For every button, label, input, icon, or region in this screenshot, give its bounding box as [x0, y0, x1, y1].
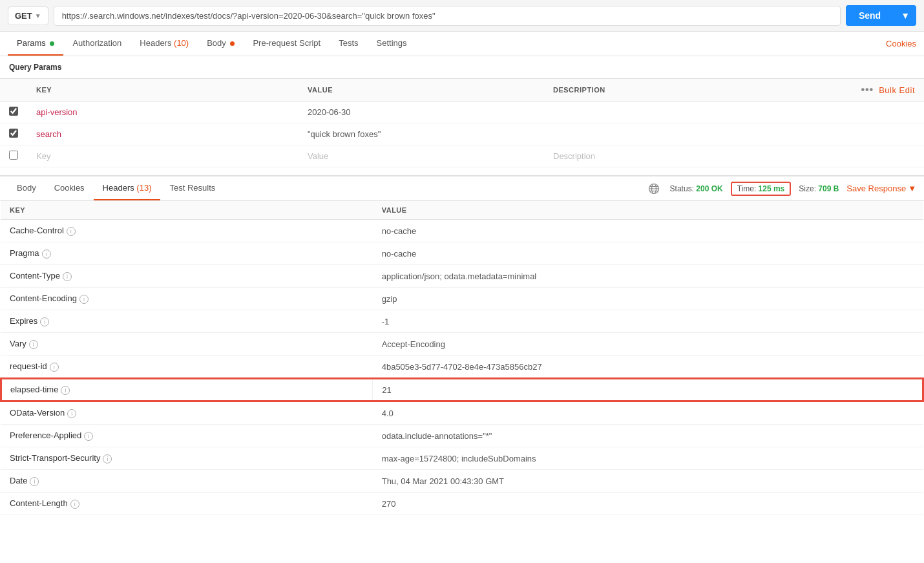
- response-tabs-row: Body Cookies Headers (13) Test Results S…: [0, 175, 924, 201]
- header-key-11: Datei: [1, 470, 373, 493]
- info-icon-5[interactable]: i: [29, 340, 38, 349]
- header-row-1: Pragmaino-cache: [1, 242, 923, 265]
- info-icon-12[interactable]: i: [70, 500, 79, 509]
- param-check-placeholder[interactable]: [0, 145, 27, 167]
- header-value-4: -1: [373, 310, 923, 333]
- query-params-table: KEY VALUE DESCRIPTION ••• Bulk Edit api-…: [0, 79, 924, 167]
- status-value: 200 OK: [696, 184, 722, 193]
- header-key-text-7: elapsed-time: [10, 385, 58, 394]
- header-key-text-8: OData-Version: [10, 408, 65, 418]
- param-value-placeholder[interactable]: Value: [299, 145, 544, 167]
- header-key-8: OData-Versioni: [1, 401, 373, 425]
- size-info: Size: 709 B: [799, 184, 839, 193]
- url-input[interactable]: [54, 6, 841, 26]
- info-icon-2[interactable]: i: [63, 272, 72, 281]
- info-icon-10[interactable]: i: [103, 454, 112, 463]
- header-key-4: Expiresi: [1, 310, 373, 333]
- param-desc-placeholder[interactable]: Description: [544, 145, 846, 167]
- param-key-2[interactable]: search: [27, 123, 299, 145]
- info-icon-6[interactable]: i: [50, 363, 59, 372]
- col-key: KEY: [27, 79, 299, 101]
- headers-col-key: KEY: [1, 201, 373, 220]
- save-response-label: Save Response: [846, 184, 906, 193]
- send-arrow-icon[interactable]: ▼: [894, 5, 916, 26]
- header-value-6: 4ba505e3-5d77-4702-8e4e-473a5856cb27: [373, 356, 923, 379]
- col-check: [0, 79, 27, 101]
- response-tab-body[interactable]: Body: [8, 176, 45, 200]
- request-tabs-row: Params Authorization Headers (10) Body P…: [0, 32, 924, 56]
- info-icon-7[interactable]: i: [61, 386, 70, 395]
- header-key-text-9: Preference-Applied: [10, 430, 81, 440]
- info-icon-11[interactable]: i: [30, 477, 39, 486]
- save-response-button[interactable]: Save Response ▼: [846, 184, 916, 193]
- header-row-8: OData-Versioni4.0: [1, 401, 923, 425]
- tab-authorization[interactable]: Authorization: [63, 32, 131, 56]
- tab-pre-request[interactable]: Pre-request Script: [244, 32, 330, 56]
- param-check-1[interactable]: [0, 101, 27, 123]
- header-row-7: elapsed-timei21: [1, 378, 923, 401]
- info-icon-9[interactable]: i: [84, 432, 93, 441]
- url-bar: GET ▼ Send ▼: [0, 0, 924, 32]
- response-tab-test-results[interactable]: Test Results: [160, 176, 224, 200]
- info-icon-3[interactable]: i: [79, 295, 89, 304]
- header-row-9: Preference-Appliediodata.include-annotat…: [1, 425, 923, 447]
- method-select[interactable]: GET ▼: [8, 6, 48, 25]
- tab-tests-label: Tests: [339, 38, 358, 48]
- response-tab-headers[interactable]: Headers (13): [94, 176, 161, 200]
- size-label: Size:: [799, 184, 816, 193]
- param-actions-1: [846, 101, 924, 123]
- more-options-icon[interactable]: •••: [861, 84, 874, 96]
- header-key-2: Content-Typei: [1, 265, 373, 288]
- send-button[interactable]: Send ▼: [846, 5, 916, 26]
- tab-body[interactable]: Body: [198, 32, 244, 56]
- tab-tests[interactable]: Tests: [330, 32, 367, 56]
- header-row-6: request-idi4ba505e3-5d77-4702-8e4e-473a5…: [1, 356, 923, 379]
- info-icon-0[interactable]: i: [67, 227, 76, 236]
- param-value-2[interactable]: "quick brown foxes": [299, 123, 544, 145]
- headers-table: KEY VALUE Cache-Controlino-cachePragmain…: [0, 201, 924, 515]
- tab-settings[interactable]: Settings: [368, 32, 416, 56]
- tab-headers[interactable]: Headers (10): [131, 32, 198, 56]
- header-key-text-11: Date: [10, 476, 27, 485]
- param-checkbox-1[interactable]: [9, 107, 18, 116]
- tab-settings-label: Settings: [377, 38, 407, 48]
- param-check-2[interactable]: [0, 123, 27, 145]
- response-tab-cookies[interactable]: Cookies: [45, 176, 94, 200]
- tab-params[interactable]: Params: [8, 32, 63, 56]
- query-params-title: Query Params: [9, 63, 61, 72]
- size-value: 709 B: [818, 184, 839, 193]
- query-params-header: Query Params: [0, 56, 924, 79]
- param-desc-1[interactable]: [544, 101, 846, 123]
- response-tab-test-results-label: Test Results: [169, 183, 215, 193]
- info-icon-4[interactable]: i: [40, 317, 49, 326]
- param-key-placeholder[interactable]: Key: [27, 145, 299, 167]
- header-key-1: Pragmai: [1, 242, 373, 265]
- param-desc-2[interactable]: [544, 123, 846, 145]
- save-response-chevron: ▼: [908, 184, 916, 193]
- header-row-11: DateiThu, 04 Mar 2021 00:43:30 GMT: [1, 470, 923, 493]
- info-icon-1[interactable]: i: [42, 250, 51, 259]
- tab-body-label: Body: [207, 38, 226, 48]
- header-value-0: no-cache: [373, 220, 923, 242]
- send-label: Send: [846, 5, 894, 26]
- header-key-6: request-idi: [1, 356, 373, 379]
- header-key-text-4: Expires: [10, 316, 37, 326]
- param-checkbox-placeholder[interactable]: [9, 151, 18, 160]
- response-tab-headers-label: Headers: [103, 183, 137, 193]
- header-key-0: Cache-Controli: [1, 220, 373, 242]
- tab-headers-label: Headers: [140, 38, 174, 48]
- param-checkbox-2[interactable]: [9, 129, 18, 138]
- bulk-edit-button[interactable]: Bulk Edit: [879, 85, 915, 95]
- info-icon-8[interactable]: i: [67, 409, 76, 418]
- param-actions-2: [846, 123, 924, 145]
- param-value-1[interactable]: 2020-06-30: [299, 101, 544, 123]
- time-box: Time: 125 ms: [731, 182, 792, 196]
- header-value-7: 21: [373, 378, 923, 401]
- tab-headers-count: (10): [174, 38, 189, 48]
- header-key-text-5: Vary: [10, 339, 26, 348]
- cookies-link[interactable]: Cookies: [886, 32, 916, 55]
- param-row-placeholder: Key Value Description: [0, 145, 924, 167]
- header-key-text-2: Content-Type: [10, 271, 60, 281]
- response-status-bar: Status: 200 OK Time: 125 ms Size: 709 B …: [648, 182, 916, 196]
- param-key-1[interactable]: api-version: [27, 101, 299, 123]
